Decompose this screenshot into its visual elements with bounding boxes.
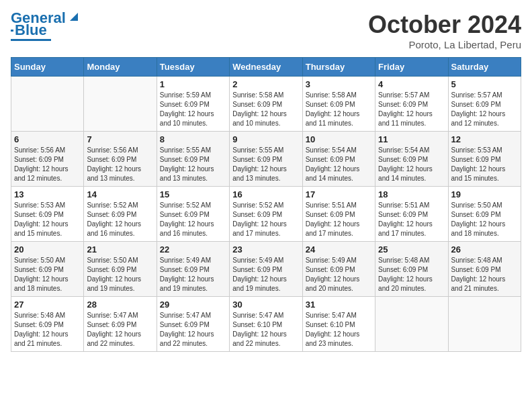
calendar-cell: 4Sunrise: 5:57 AM Sunset: 6:09 PM Daylig… [375,77,448,132]
day-info: Sunrise: 5:48 AM Sunset: 6:09 PM Dayligh… [378,256,445,293]
calendar-cell [84,77,157,132]
day-number: 11 [378,134,445,144]
day-number: 26 [451,244,518,255]
header-cell-friday: Friday [375,58,448,77]
day-info: Sunrise: 5:48 AM Sunset: 6:09 PM Dayligh… [14,311,81,349]
calendar-cell: 10Sunrise: 5:54 AM Sunset: 6:09 PM Dayli… [302,132,375,187]
calendar-cell: 2Sunrise: 5:58 AM Sunset: 6:09 PM Daylig… [230,77,302,132]
calendar-cell: 20Sunrise: 5:50 AM Sunset: 6:09 PM Dayli… [11,242,84,297]
header-row: SundayMondayTuesdayWednesdayThursdayFrid… [11,58,521,77]
calendar-cell: 16Sunrise: 5:52 AM Sunset: 6:09 PM Dayli… [230,187,302,242]
day-info: Sunrise: 5:52 AM Sunset: 6:09 PM Dayligh… [232,201,299,238]
day-number: 19 [451,189,518,199]
day-info: Sunrise: 5:50 AM Sunset: 6:09 PM Dayligh… [14,256,81,293]
day-number: 25 [378,244,445,255]
calendar-cell: 11Sunrise: 5:54 AM Sunset: 6:09 PM Dayli… [375,132,448,187]
day-number: 23 [232,244,299,255]
day-info: Sunrise: 5:53 AM Sunset: 6:09 PM Dayligh… [451,146,518,183]
day-info: Sunrise: 5:49 AM Sunset: 6:09 PM Dayligh… [160,256,226,293]
day-number: 4 [378,79,445,89]
calendar-cell: 3Sunrise: 5:58 AM Sunset: 6:09 PM Daylig… [302,77,375,132]
day-number: 24 [306,244,372,255]
calendar-cell: 15Sunrise: 5:52 AM Sunset: 6:09 PM Dayli… [157,187,229,242]
calendar-cell [448,297,521,352]
day-info: Sunrise: 5:51 AM Sunset: 6:09 PM Dayligh… [378,201,445,238]
calendar-header: SundayMondayTuesdayWednesdayThursdayFrid… [11,58,521,77]
day-number: 9 [232,134,299,144]
calendar-body: 1Sunrise: 5:59 AM Sunset: 6:09 PM Daylig… [11,77,521,352]
calendar-cell: 18Sunrise: 5:51 AM Sunset: 6:09 PM Dayli… [375,187,448,242]
header-cell-saturday: Saturday [448,58,521,77]
calendar-cell: 17Sunrise: 5:51 AM Sunset: 6:09 PM Dayli… [302,187,375,242]
calendar-cell: 6Sunrise: 5:56 AM Sunset: 6:09 PM Daylig… [11,132,84,187]
day-info: Sunrise: 5:57 AM Sunset: 6:09 PM Dayligh… [378,91,445,128]
day-number: 8 [160,134,226,144]
day-info: Sunrise: 5:55 AM Sunset: 6:09 PM Dayligh… [160,146,226,183]
header-cell-wednesday: Wednesday [230,58,302,77]
day-number: 22 [160,244,226,255]
logo: General Blue [11,11,81,41]
calendar-cell: 19Sunrise: 5:50 AM Sunset: 6:09 PM Dayli… [448,187,521,242]
day-number: 7 [87,134,153,144]
day-number: 30 [232,300,299,310]
week-row-5: 27Sunrise: 5:48 AM Sunset: 6:09 PM Dayli… [11,297,521,352]
day-info: Sunrise: 5:55 AM Sunset: 6:09 PM Dayligh… [232,146,299,183]
location: Poroto, La Libertad, Peru [368,39,521,50]
calendar-cell [375,297,448,352]
day-info: Sunrise: 5:59 AM Sunset: 6:09 PM Dayligh… [160,91,226,128]
calendar-table: SundayMondayTuesdayWednesdayThursdayFrid… [11,57,521,352]
month-title: October 2024 [368,11,521,39]
day-info: Sunrise: 5:49 AM Sunset: 6:09 PM Dayligh… [232,256,299,293]
calendar-cell: 23Sunrise: 5:49 AM Sunset: 6:09 PM Dayli… [230,242,302,297]
title-section: October 2024 Poroto, La Libertad, Peru [368,11,521,50]
day-number: 21 [87,244,153,255]
header-cell-tuesday: Tuesday [157,58,229,77]
calendar-cell: 24Sunrise: 5:49 AM Sunset: 6:09 PM Dayli… [302,242,375,297]
day-number: 28 [87,300,153,310]
calendar-cell: 7Sunrise: 5:56 AM Sunset: 6:09 PM Daylig… [84,132,157,187]
day-info: Sunrise: 5:47 AM Sunset: 6:10 PM Dayligh… [306,311,372,349]
calendar-cell: 25Sunrise: 5:48 AM Sunset: 6:09 PM Dayli… [375,242,448,297]
day-info: Sunrise: 5:52 AM Sunset: 6:09 PM Dayligh… [87,201,153,238]
day-number: 3 [306,79,372,89]
logo-icon [67,10,81,24]
calendar-cell: 12Sunrise: 5:53 AM Sunset: 6:09 PM Dayli… [448,132,521,187]
day-number: 10 [306,134,372,144]
day-number: 16 [232,189,299,199]
day-info: Sunrise: 5:56 AM Sunset: 6:09 PM Dayligh… [87,146,153,183]
header-cell-thursday: Thursday [302,58,375,77]
day-number: 15 [160,189,226,199]
day-info: Sunrise: 5:58 AM Sunset: 6:09 PM Dayligh… [232,91,299,128]
week-row-4: 20Sunrise: 5:50 AM Sunset: 6:09 PM Dayli… [11,242,521,297]
week-row-2: 6Sunrise: 5:56 AM Sunset: 6:09 PM Daylig… [11,132,521,187]
day-info: Sunrise: 5:57 AM Sunset: 6:09 PM Dayligh… [451,91,518,128]
day-info: Sunrise: 5:54 AM Sunset: 6:09 PM Dayligh… [378,146,445,183]
calendar-cell: 9Sunrise: 5:55 AM Sunset: 6:09 PM Daylig… [230,132,302,187]
calendar-cell: 5Sunrise: 5:57 AM Sunset: 6:09 PM Daylig… [448,77,521,132]
day-info: Sunrise: 5:49 AM Sunset: 6:09 PM Dayligh… [306,256,372,293]
day-number: 1 [160,79,226,89]
day-info: Sunrise: 5:56 AM Sunset: 6:09 PM Dayligh… [14,146,81,183]
calendar-cell: 21Sunrise: 5:50 AM Sunset: 6:09 PM Dayli… [84,242,157,297]
day-number: 14 [87,189,153,199]
day-number: 12 [451,134,518,144]
day-number: 13 [14,189,81,199]
day-number: 20 [14,244,81,255]
header-cell-monday: Monday [84,58,157,77]
day-info: Sunrise: 5:47 AM Sunset: 6:10 PM Dayligh… [232,311,299,349]
day-number: 17 [306,189,372,199]
calendar-cell: 29Sunrise: 5:47 AM Sunset: 6:09 PM Dayli… [157,297,229,352]
calendar-cell: 30Sunrise: 5:47 AM Sunset: 6:10 PM Dayli… [230,297,302,352]
calendar-cell [11,77,84,132]
day-info: Sunrise: 5:58 AM Sunset: 6:09 PM Dayligh… [306,91,372,128]
calendar-cell: 1Sunrise: 5:59 AM Sunset: 6:09 PM Daylig… [157,77,229,132]
calendar-cell: 22Sunrise: 5:49 AM Sunset: 6:09 PM Dayli… [157,242,229,297]
day-info: Sunrise: 5:52 AM Sunset: 6:09 PM Dayligh… [160,201,226,238]
day-number: 27 [14,300,81,310]
week-row-1: 1Sunrise: 5:59 AM Sunset: 6:09 PM Daylig… [11,77,521,132]
page-header: General Blue October 2024 Poroto, La Lib… [11,11,521,50]
logo-text2: Blue [15,23,47,38]
week-row-3: 13Sunrise: 5:53 AM Sunset: 6:09 PM Dayli… [11,187,521,242]
calendar-cell: 8Sunrise: 5:55 AM Sunset: 6:09 PM Daylig… [157,132,229,187]
day-info: Sunrise: 5:47 AM Sunset: 6:09 PM Dayligh… [87,311,153,349]
